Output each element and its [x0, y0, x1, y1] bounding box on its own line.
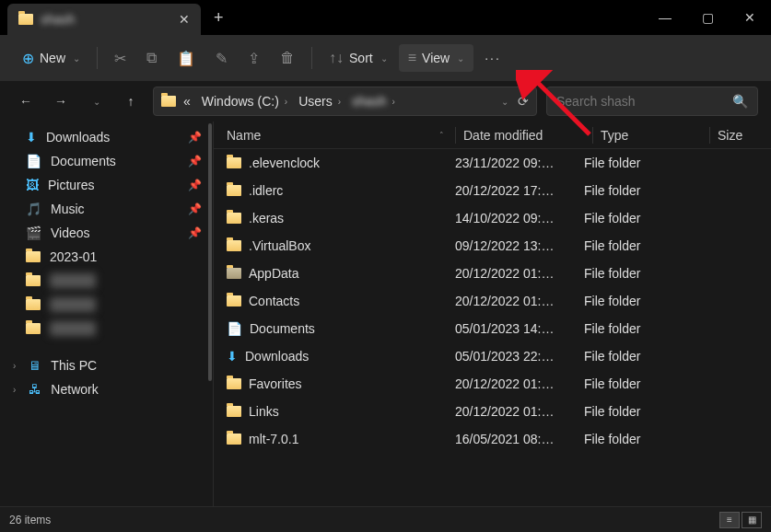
title-bar: shash ✕ + — ▢ ✕	[0, 0, 771, 35]
view-label: View	[422, 51, 450, 65]
sidebar-item-downloads[interactable]: ⬇Downloads📌	[0, 125, 213, 149]
folder-icon	[26, 299, 41, 310]
address-bar[interactable]: « Windows (C:)› Users› shash› ⌄ ⟳	[153, 87, 537, 116]
main-area: ⬇Downloads📌 📄Documents📌 🖼Pictures📌 🎵Musi…	[0, 121, 771, 506]
active-tab[interactable]: shash ✕	[7, 4, 201, 35]
cell-type: File folder	[584, 156, 693, 170]
scrollbar-thumb[interactable]	[208, 123, 212, 381]
new-button[interactable]: ⊕ New ⌄	[13, 44, 89, 73]
tab-close-button[interactable]: ✕	[179, 12, 190, 27]
item-count: 26 items	[9, 514, 51, 526]
trash-icon: 🗑	[280, 50, 295, 66]
table-row[interactable]: AppData20/12/2022 01:…File folder	[214, 260, 771, 287]
breadcrumb[interactable]: Users›	[295, 92, 345, 110]
cell-name: ⬇Downloads	[227, 349, 455, 364]
cell-name: mlt-7.0.1	[227, 432, 455, 446]
new-tab-button[interactable]: +	[214, 8, 224, 28]
details-view-button[interactable]: ≡	[719, 512, 740, 528]
up-button[interactable]: ↑	[118, 88, 144, 114]
sidebar-item-pictures[interactable]: 🖼Pictures📌	[0, 173, 213, 197]
column-header-name[interactable]: Name˄	[227, 128, 455, 143]
search-box[interactable]: 🔍	[546, 87, 758, 116]
cell-date: 20/12/2022 01:…	[455, 376, 584, 391]
table-row[interactable]: mlt-7.0.116/05/2021 08:…File folder	[214, 425, 771, 453]
table-row[interactable]: .VirtualBox09/12/2022 13:…File folder	[214, 232, 771, 260]
cut-button[interactable]: ✂	[105, 44, 135, 73]
maximize-button[interactable]: ▢	[686, 0, 729, 35]
table-row[interactable]: Contacts20/12/2022 01:…File folder	[214, 287, 771, 315]
table-row[interactable]: .keras14/10/2022 09:…File folder	[214, 204, 771, 232]
minimize-button[interactable]: —	[644, 0, 686, 35]
clipboard-icon: 📋	[177, 50, 195, 67]
chevron-down-icon: ⌄	[380, 53, 388, 64]
column-header-date[interactable]: Date modified	[463, 128, 592, 143]
refresh-button[interactable]: ⟳	[518, 94, 529, 109]
chevron-down-icon: ⌄	[457, 53, 464, 64]
folder-icon	[18, 14, 33, 25]
column-headers: Name˄ Date modified Type Size	[214, 121, 771, 149]
cell-type: File folder	[584, 321, 693, 336]
window-controls: — ▢ ✕	[644, 0, 771, 35]
folder-icon	[227, 406, 241, 417]
more-button[interactable]: ···	[475, 45, 510, 71]
folder-icon	[227, 268, 241, 279]
table-row[interactable]: .elevenclock23/11/2022 09:…File folder	[214, 149, 771, 177]
cell-type: File folder	[584, 349, 693, 364]
delete-button[interactable]: 🗑	[271, 44, 304, 72]
document-icon: 📄	[227, 321, 242, 336]
sort-label: Sort	[349, 51, 373, 65]
table-row[interactable]: Links20/12/2022 01:…File folder	[214, 398, 771, 425]
toolbar: ⊕ New ⌄ ✂ ⧉ 📋 ✎ ⇪ 🗑 ↑↓ Sort ⌄ ≡ View ⌄ ·…	[0, 35, 771, 81]
cell-date: 23/11/2022 09:…	[455, 156, 584, 170]
table-row[interactable]: .idlerc20/12/2022 17:…File folder	[214, 177, 771, 204]
cell-type: File folder	[584, 211, 693, 226]
copy-button[interactable]: ⧉	[137, 44, 166, 72]
paste-button[interactable]: 📋	[168, 44, 204, 73]
table-row[interactable]: 📄Documents05/01/2023 14:…File folder	[214, 315, 771, 342]
rename-button[interactable]: ✎	[206, 44, 237, 73]
breadcrumb[interactable]: Windows (C:)›	[198, 92, 291, 110]
back-button[interactable]: ←	[13, 88, 39, 114]
plus-circle-icon: ⊕	[22, 50, 34, 67]
cell-name: Links	[227, 404, 455, 419]
column-header-type[interactable]: Type	[601, 128, 709, 143]
cell-date: 14/10/2022 09:…	[455, 211, 584, 226]
table-row[interactable]: ⬇Downloads05/01/2023 22:…File folder	[214, 342, 771, 370]
copy-icon: ⧉	[146, 50, 157, 66]
column-header-size[interactable]: Size	[718, 128, 771, 143]
address-dropdown[interactable]: ⌄	[501, 97, 508, 107]
chevron-right-icon[interactable]: ›	[13, 385, 16, 395]
breadcrumb-current[interactable]: shash›	[348, 92, 399, 110]
share-button[interactable]: ⇪	[239, 44, 269, 73]
sort-button[interactable]: ↑↓ Sort ⌄	[320, 44, 397, 72]
pin-icon: 📌	[188, 226, 202, 239]
chevron-right-icon[interactable]: ›	[13, 361, 16, 371]
separator	[97, 47, 98, 69]
thumbnails-view-button[interactable]: ▦	[742, 512, 762, 528]
folder-icon	[227, 213, 241, 224]
table-row[interactable]: Favorites20/12/2022 01:…File folder	[214, 370, 771, 398]
new-label: New	[40, 51, 65, 65]
recent-dropdown[interactable]: ⌄	[83, 88, 109, 114]
close-window-button[interactable]: ✕	[729, 0, 771, 35]
scrollbar[interactable]	[206, 121, 212, 506]
sidebar-item-folder[interactable]: 2023-01	[0, 245, 213, 269]
cell-type: File folder	[584, 404, 693, 419]
sidebar-item-music[interactable]: 🎵Music📌	[0, 197, 213, 221]
forward-button[interactable]: →	[48, 88, 74, 114]
sidebar-item-this-pc[interactable]: ›🖥This PC	[0, 353, 213, 377]
document-icon: 📄	[26, 154, 41, 168]
view-button[interactable]: ≡ View ⌄	[399, 44, 473, 72]
sidebar-item-folder[interactable]: hidden2	[0, 293, 213, 317]
breadcrumb-root[interactable]: «	[180, 92, 194, 110]
sidebar-item-network[interactable]: ›🖧Network	[0, 377, 213, 401]
cell-type: File folder	[584, 432, 693, 446]
sidebar-item-folder[interactable]: hidden3	[0, 317, 213, 341]
music-icon: 🎵	[26, 202, 41, 216]
sort-ascending-icon: ˄	[439, 131, 444, 140]
sidebar-item-folder[interactable]: hidden1	[0, 269, 213, 293]
chevron-down-icon: ⌄	[73, 53, 80, 64]
sidebar-item-videos[interactable]: 🎬Videos📌	[0, 221, 213, 245]
search-input[interactable]	[556, 94, 732, 109]
sidebar-item-documents[interactable]: 📄Documents📌	[0, 149, 213, 173]
